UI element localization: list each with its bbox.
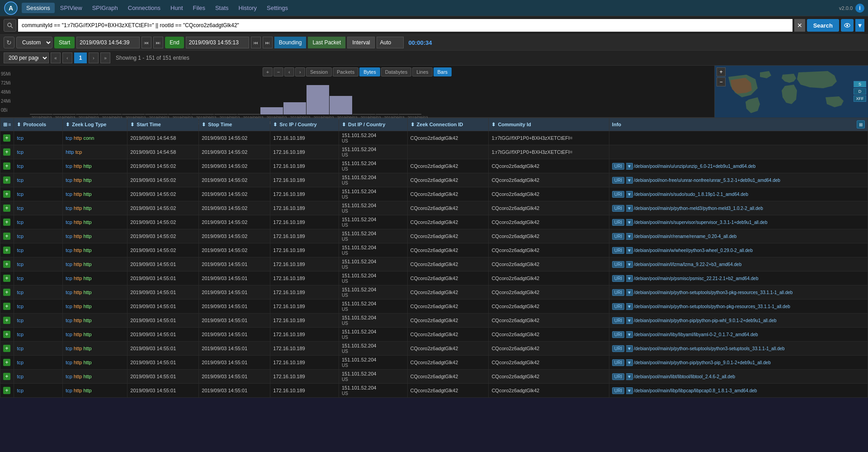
uri-dropdown-button[interactable]: ▼ (626, 317, 633, 324)
expand-row-button[interactable]: + (3, 331, 10, 338)
th-start-time[interactable]: ⬍Start Time (127, 118, 199, 131)
uri-dropdown-button[interactable]: ▼ (626, 303, 633, 310)
expand-row-button[interactable]: + (3, 247, 10, 254)
nav-spiview[interactable]: SPIView (56, 3, 87, 13)
search-input[interactable] (18, 19, 793, 32)
th-stop-time[interactable]: ⬍Stop Time (199, 118, 270, 131)
chart-tab-databytes[interactable]: Databytes (381, 67, 412, 76)
expand-row-button[interactable]: + (3, 359, 10, 366)
last-page-button[interactable]: » (100, 52, 110, 63)
search-icon-button[interactable] (4, 19, 16, 32)
chart-bar[interactable] (307, 85, 329, 114)
end-time-input[interactable] (186, 37, 249, 48)
uri-button[interactable]: URI (612, 191, 624, 198)
expand-row-button[interactable]: + (3, 289, 10, 296)
nav-hunt[interactable]: Hunt (166, 3, 187, 13)
map-xff-button[interactable]: XFF (854, 95, 866, 102)
uri-dropdown-button[interactable]: ▼ (626, 289, 633, 296)
chart-tab-lines[interactable]: Lines (412, 67, 432, 76)
chart-bar[interactable] (191, 114, 214, 114)
chart-bar[interactable] (99, 114, 122, 114)
th-info[interactable]: Info ⊞ (609, 118, 868, 131)
nav-spigraph[interactable]: SPIGraph (88, 3, 123, 13)
uri-dropdown-button[interactable]: ▼ (626, 205, 633, 212)
chart-bar[interactable] (353, 114, 375, 114)
uri-button[interactable]: URI (612, 163, 624, 170)
expand-row-button[interactable]: + (3, 373, 10, 380)
uri-button[interactable]: URI (612, 359, 624, 366)
zoom-in-button[interactable]: + (263, 67, 273, 76)
th-expand[interactable]: ⊞ ≡ (0, 118, 14, 131)
uri-dropdown-button[interactable]: ▼ (626, 387, 633, 394)
expand-row-button[interactable]: + (3, 233, 10, 240)
uri-button[interactable]: URI (612, 373, 624, 380)
per-page-select[interactable]: 200 per page (4, 52, 49, 63)
table-container[interactable]: ⊞ ≡ ⬍Protocols ⬍Zeek Log Type ⬍Start Tim… (0, 118, 868, 452)
uri-button[interactable]: URI (612, 233, 624, 240)
uri-dropdown-button[interactable]: ▼ (626, 331, 633, 338)
uri-button[interactable]: URI (612, 261, 624, 268)
chart-bar[interactable] (76, 114, 99, 114)
nav-connections[interactable]: Connections (123, 3, 165, 13)
expand-row-button[interactable]: + (3, 176, 10, 184)
expand-row-button[interactable]: + (3, 134, 10, 142)
first-page-button[interactable]: « (51, 52, 61, 63)
pan-left-button[interactable]: ‹ (284, 67, 294, 76)
th-src-ip[interactable]: ⬍Src IP / Country (270, 118, 339, 131)
start-prev-button[interactable]: ⏮ (142, 37, 151, 48)
uri-button[interactable]: URI (612, 205, 624, 212)
prev-page-button[interactable]: ‹ (62, 52, 72, 63)
chart-bar[interactable] (260, 107, 283, 114)
uri-button[interactable]: URI (612, 289, 624, 296)
chart-tab-session[interactable]: Session (306, 67, 332, 76)
map-s-button[interactable]: S (854, 81, 866, 87)
nav-sessions[interactable]: Sessions (22, 3, 55, 13)
uri-button[interactable]: URI (612, 275, 624, 282)
zoom-out-button[interactable]: − (274, 67, 283, 76)
expand-row-button[interactable]: + (3, 303, 10, 310)
expand-row-button[interactable]: + (3, 345, 10, 352)
start-label[interactable]: Start (54, 37, 75, 48)
uri-button[interactable]: URI (612, 303, 624, 310)
map-zoom-in-button[interactable]: + (717, 67, 726, 76)
uri-button[interactable]: URI (612, 387, 624, 394)
search-button[interactable]: Search (807, 19, 839, 32)
uri-button[interactable]: URI (612, 317, 624, 324)
chart-bar[interactable] (330, 96, 352, 114)
nav-stats[interactable]: Stats (211, 3, 233, 13)
last-packet-button[interactable]: Last Packet (308, 37, 345, 48)
uri-dropdown-button[interactable]: ▼ (626, 345, 633, 352)
chart-bar[interactable] (399, 114, 421, 114)
nav-settings[interactable]: Settings (262, 3, 292, 13)
interval-value-input[interactable] (377, 37, 404, 48)
chart-bar[interactable] (145, 114, 168, 114)
chart-tab-bars[interactable]: Bars (434, 67, 452, 76)
col-toggle-button[interactable]: ⊞ (857, 120, 865, 128)
map-zoom-out-button[interactable]: − (717, 77, 726, 86)
expand-row-button[interactable]: + (3, 317, 10, 324)
info-button[interactable]: i (855, 4, 864, 13)
map-d-button[interactable]: D (854, 88, 866, 95)
uri-dropdown-button[interactable]: ▼ (626, 373, 633, 380)
expand-row-button[interactable]: + (3, 219, 10, 226)
th-zeek-conn-id[interactable]: ⬍Zeek Connection ID (407, 118, 489, 131)
chart-bar[interactable] (214, 114, 237, 114)
expand-row-button[interactable]: + (3, 190, 10, 198)
end-next-button[interactable]: ⏭ (263, 37, 273, 48)
uri-dropdown-button[interactable]: ▼ (626, 191, 633, 198)
search-dropdown-button[interactable]: ▼ (855, 19, 864, 32)
uri-dropdown-button[interactable]: ▼ (626, 177, 633, 184)
uri-dropdown-button[interactable]: ▼ (626, 247, 633, 254)
th-protocols[interactable]: ⬍Protocols (14, 118, 63, 131)
th-community-id[interactable]: ⬍Community Id (489, 118, 609, 131)
uri-button[interactable]: URI (612, 331, 624, 338)
uri-button[interactable]: URI (612, 177, 624, 184)
th-zeek-log-type[interactable]: ⬍Zeek Log Type (63, 118, 127, 131)
uri-dropdown-button[interactable]: ▼ (626, 359, 633, 366)
expand-row-button[interactable]: + (3, 261, 10, 268)
time-range-select[interactable]: Custom (16, 37, 52, 48)
expand-row-button[interactable]: + (3, 148, 10, 156)
uri-dropdown-button[interactable]: ▼ (626, 233, 633, 240)
expand-row-button[interactable]: + (3, 205, 10, 212)
bounding-button[interactable]: Bounding (274, 37, 307, 48)
